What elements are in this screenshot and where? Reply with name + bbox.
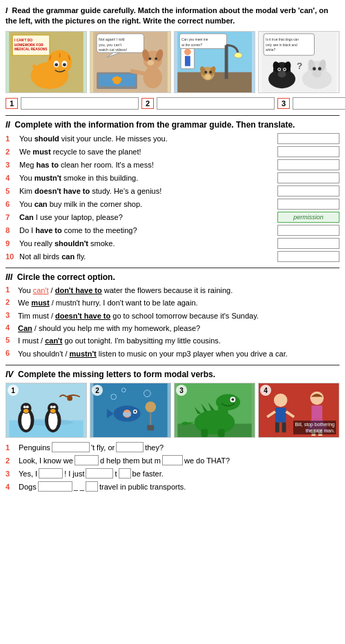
iv-num-badge-1: 1 xyxy=(8,385,19,396)
svg-line-35 xyxy=(130,70,144,73)
option-correct-1: don't have to xyxy=(55,286,102,294)
divider-3 xyxy=(6,365,339,365)
section-ii-list: 1 You should visit your uncle. He misses… xyxy=(6,133,339,262)
svg-point-31 xyxy=(147,60,154,66)
svg-point-34 xyxy=(144,67,162,88)
answer-field-8[interactable] xyxy=(277,225,339,236)
section-iv-instruction: Complete the missing letters to form mod… xyxy=(18,370,215,379)
section-iv-cartoons-row: 1 xyxy=(6,383,339,438)
section-ii-item-8: 8 Do I have to come to the meeting? xyxy=(6,225,339,236)
section-iii-list: 1 You can't / don't have to water the fl… xyxy=(6,285,339,359)
svg-point-110 xyxy=(231,399,234,401)
svg-text:?: ? xyxy=(297,61,302,71)
svg-rect-119 xyxy=(275,423,279,433)
fill-3a[interactable] xyxy=(39,468,63,479)
answer-field-5[interactable] xyxy=(277,185,339,197)
svg-text:at the corner?: at the corner? xyxy=(181,43,202,46)
section-iv-list: 1 Penguins 't fly, or they? 2 Look, I kn… xyxy=(6,442,339,492)
svg-point-66 xyxy=(284,68,286,70)
svg-point-85 xyxy=(48,411,58,430)
svg-text:MEDICAL REASONS: MEDICAL REASONS xyxy=(14,48,48,51)
option-correct-6: mustn't xyxy=(70,350,97,358)
svg-rect-46 xyxy=(185,56,190,66)
svg-point-87 xyxy=(50,409,56,413)
section-iii-instruction: Circle the correct option. xyxy=(17,272,115,282)
svg-text:I CAN'T DO: I CAN'T DO xyxy=(14,38,32,41)
section-ii-instruction: Complete with the information from the g… xyxy=(14,120,295,130)
fill-4a[interactable] xyxy=(38,481,72,492)
divider-1 xyxy=(6,115,339,116)
section-ii-item-1: 1 You should visit your uncle. He misses… xyxy=(6,133,339,144)
answer-input-1[interactable] xyxy=(21,97,139,110)
fill-4b[interactable] xyxy=(86,481,98,492)
svg-point-52 xyxy=(209,70,212,73)
fill-2a[interactable] xyxy=(75,455,99,465)
answer-field-1[interactable] xyxy=(277,133,339,144)
svg-rect-120 xyxy=(282,423,286,433)
svg-point-43 xyxy=(234,52,242,58)
section-iii: III Circle the correct option. 1 You can… xyxy=(6,272,339,359)
answer-input-2[interactable] xyxy=(157,97,275,110)
svg-point-83 xyxy=(26,405,29,408)
iv-num-badge-3: 3 xyxy=(176,385,187,396)
section-i-roman: I xyxy=(6,6,8,14)
svg-point-79 xyxy=(21,411,31,430)
answer-field-10[interactable] xyxy=(277,251,339,262)
svg-point-12 xyxy=(63,63,66,66)
svg-point-65 xyxy=(278,68,280,70)
section-ii-item-9: 9 You really shouldn't smoke. xyxy=(6,238,339,249)
section-i-instruction: I Read the grammar guide carefully. Matc… xyxy=(6,6,339,27)
num-label-2: 2 xyxy=(141,98,154,109)
answer-field-7: permission xyxy=(277,212,339,223)
svg-text:you, you can't: you, you can't xyxy=(99,42,121,46)
option-wrong-6: shouldn't xyxy=(33,350,63,358)
svg-rect-103 xyxy=(147,425,154,431)
fill-3c[interactable] xyxy=(119,468,131,479)
svg-point-90 xyxy=(67,396,72,401)
svg-point-101 xyxy=(145,401,156,412)
section-ii-item-10: 10 Not all birds can fly. xyxy=(6,251,339,262)
svg-rect-38 xyxy=(177,72,252,92)
section-ii-item-5: 5 Kim doesn't have to study. He's a geni… xyxy=(6,185,339,197)
section-iii-item-1: 1 You can't / don't have to water the fl… xyxy=(6,285,339,296)
answer-field-3[interactable] xyxy=(277,159,339,170)
number-boxes-row: 1 2 3 4 xyxy=(6,97,339,110)
svg-point-123 xyxy=(310,392,324,405)
fill-1b[interactable] xyxy=(116,442,144,452)
option-correct-5: can't xyxy=(45,336,62,345)
svg-rect-100 xyxy=(123,412,131,416)
section-ii-item-7: 7 Can I use your laptop, please? permiss… xyxy=(6,212,339,223)
iv-num-badge-2: 2 xyxy=(92,385,103,396)
option-correct-4: Can xyxy=(18,324,32,332)
fill-1a[interactable] xyxy=(52,442,90,452)
cartoon-3-svg: Can you meet me at the corner? xyxy=(175,32,255,92)
section-ii-roman: II xyxy=(6,120,10,130)
svg-rect-124 xyxy=(312,405,323,419)
answer-field-4[interactable] xyxy=(277,172,339,183)
svg-rect-118 xyxy=(275,407,286,422)
svg-point-71 xyxy=(313,70,322,78)
fill-3b[interactable] xyxy=(86,468,113,479)
section-iii-item-5: 5 I must / can't go out tonight. I'm bab… xyxy=(6,336,339,346)
iv-cartoon-4: 4 Bill, stop botheringthe nice man. xyxy=(258,383,339,438)
fill-2b[interactable] xyxy=(162,455,183,465)
answer-field-2[interactable] xyxy=(277,146,339,157)
section-iii-header: III Circle the correct option. xyxy=(6,272,339,282)
svg-point-72 xyxy=(313,67,316,70)
answer-field-6[interactable] xyxy=(277,199,339,210)
cartoon-4: Is it true that dogs can only see in bla… xyxy=(258,31,339,93)
answer-field-9[interactable] xyxy=(277,238,339,249)
svg-point-73 xyxy=(318,67,322,70)
svg-point-117 xyxy=(274,394,288,407)
iv-cartoon-1: 1 xyxy=(6,383,87,438)
svg-text:Is it true that dogs can: Is it true that dogs can xyxy=(266,37,299,41)
svg-point-108 xyxy=(216,394,240,410)
answer-input-3[interactable] xyxy=(293,97,345,110)
svg-point-89 xyxy=(53,405,56,408)
option-wrong-4: should xyxy=(39,324,61,332)
svg-point-50 xyxy=(204,74,211,79)
iv-caption-4: Bill, stop botheringthe nice man. xyxy=(293,421,336,434)
iv-cartoon-3: 3 xyxy=(174,383,255,438)
section-ii-item-4: 4 You mustn't smoke in this building. xyxy=(6,172,339,183)
option-wrong-1: can't xyxy=(33,286,49,294)
